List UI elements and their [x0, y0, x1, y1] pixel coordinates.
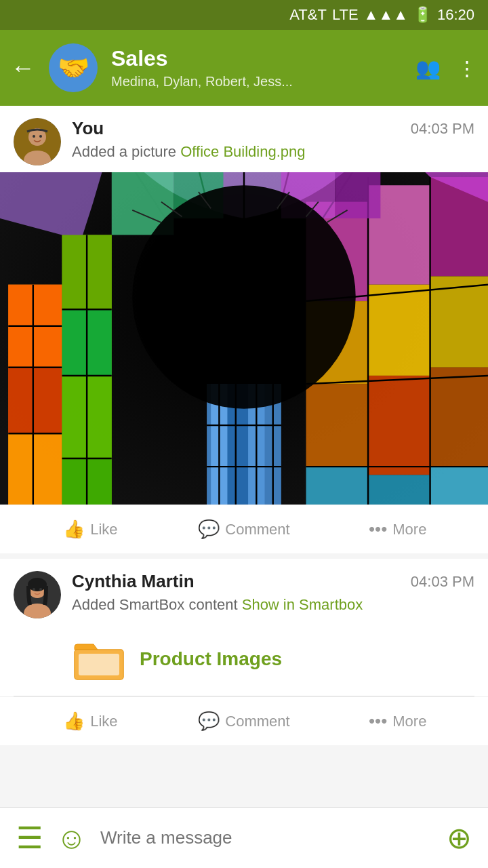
name-time-row-1: You 04:03 PM: [72, 118, 474, 139]
group-icon: 🤝: [58, 53, 89, 83]
like-label-2: Like: [90, 713, 117, 730]
message-card-1: You 04:03 PM Added a picture Office Buil…: [0, 106, 488, 553]
svg-rect-9: [8, 368, 62, 434]
desc-text-2: Added SmartBox content: [72, 596, 238, 613]
svg-point-73: [39, 588, 42, 591]
message-meta-1: You 04:03 PM Added a picture Office Buil…: [72, 118, 474, 161]
network-text: LTE: [332, 6, 359, 24]
svg-rect-40: [430, 276, 488, 367]
message-desc-1: Added a picture Office Building.png: [72, 143, 474, 161]
message-card-2: Cynthia Martin 04:03 PM Added SmartBox c…: [0, 559, 488, 745]
comment-icon-1: 💬: [198, 519, 220, 540]
group-members: Medina, Dylan, Robert, Jess...: [111, 74, 402, 90]
carrier-text: AT&T: [289, 6, 327, 24]
bottom-bar: ☰ ☺ ⊕: [0, 807, 488, 868]
like-icon-2: 👍: [63, 711, 85, 732]
folder-name[interactable]: Product Images: [140, 648, 282, 670]
time-text: 16:20: [437, 6, 474, 24]
action-bar-2: 👍 Like 💬 Comment ••• More: [0, 696, 488, 745]
more-dots-icon-2: •••: [369, 711, 387, 732]
folder-icon: [72, 636, 126, 682]
emoji-button[interactable]: ☺: [56, 821, 87, 855]
add-attachment-button[interactable]: ⊕: [447, 821, 472, 855]
back-button[interactable]: ←: [11, 54, 35, 82]
like-button-2[interactable]: 👍 Like: [14, 711, 167, 732]
attachment-link-1[interactable]: Office Building.png: [180, 143, 305, 160]
name-time-row-2: Cynthia Martin 04:03 PM: [72, 571, 474, 592]
svg-rect-76: [79, 654, 119, 675]
image-attachment[interactable]: [0, 172, 488, 505]
svg-rect-46: [430, 467, 488, 505]
svg-rect-43: [430, 368, 488, 467]
message-type-icon[interactable]: ☰: [16, 821, 43, 855]
svg-rect-60: [335, 172, 380, 218]
like-button-1[interactable]: 👍 Like: [14, 519, 167, 540]
group-avatar: 🤝: [49, 43, 98, 92]
more-menu-button[interactable]: ⋮: [457, 56, 477, 80]
avatar-you: [14, 118, 61, 165]
message-meta-2: Cynthia Martin 04:03 PM Added SmartBox c…: [72, 571, 474, 614]
svg-point-4: [39, 135, 42, 138]
message-header-2: Cynthia Martin 04:03 PM Added SmartBox c…: [0, 559, 488, 625]
content-area: You 04:03 PM Added a picture Office Buil…: [0, 106, 488, 745]
message-desc-2: Added SmartBox content Show in Smartbox: [72, 596, 474, 614]
comment-label-2: Comment: [225, 713, 289, 730]
folder-attachment: Product Images: [0, 625, 488, 696]
status-bar: AT&T LTE ▲▲▲ 🔋 16:20: [0, 0, 488, 30]
action-bar-1: 👍 Like 💬 Comment ••• More: [0, 505, 488, 553]
avatar-cynthia: [14, 571, 61, 618]
svg-rect-45: [368, 475, 430, 505]
message-time-2: 04:03 PM: [411, 573, 474, 591]
svg-point-61: [132, 185, 355, 408]
svg-rect-39: [368, 285, 430, 376]
svg-rect-44: [306, 467, 369, 505]
more-button-2[interactable]: ••• More: [321, 711, 474, 732]
comment-label-1: Comment: [225, 521, 289, 538]
members-button[interactable]: 👥: [415, 56, 441, 80]
smartbox-link[interactable]: Show in Smartbox: [242, 596, 363, 613]
group-info: Sales Medina, Dylan, Robert, Jess...: [111, 46, 402, 90]
comment-button-1[interactable]: 💬 Comment: [167, 519, 321, 540]
like-icon-1: 👍: [63, 519, 85, 540]
like-label-1: Like: [90, 521, 117, 538]
more-label-2: More: [392, 713, 426, 730]
more-label-1: More: [392, 521, 426, 538]
message-input[interactable]: [100, 827, 433, 848]
svg-point-72: [33, 588, 35, 591]
toolbar: ← 🤝 Sales Medina, Dylan, Robert, Jess...…: [0, 30, 488, 106]
desc-text-1: Added a picture: [72, 143, 176, 160]
svg-rect-10: [8, 433, 62, 505]
message-time-1: 04:03 PM: [411, 120, 474, 138]
toolbar-actions: 👥 ⋮: [415, 56, 477, 80]
more-button-1[interactable]: ••• More: [321, 519, 474, 540]
sender-name-1: You: [72, 118, 104, 139]
battery-icon: 🔋: [413, 6, 432, 24]
svg-rect-42: [368, 376, 430, 475]
svg-point-71: [28, 578, 47, 591]
svg-rect-41: [306, 384, 369, 467]
more-dots-icon-1: •••: [369, 519, 387, 540]
comment-icon-2: 💬: [198, 711, 220, 732]
group-name: Sales: [111, 46, 402, 71]
comment-button-2[interactable]: 💬 Comment: [167, 711, 321, 732]
sender-name-2: Cynthia Martin: [72, 571, 195, 592]
message-header-1: You 04:03 PM Added a picture Office Buil…: [0, 106, 488, 172]
svg-point-3: [33, 135, 35, 138]
signal-icon: ▲▲▲: [364, 6, 408, 24]
